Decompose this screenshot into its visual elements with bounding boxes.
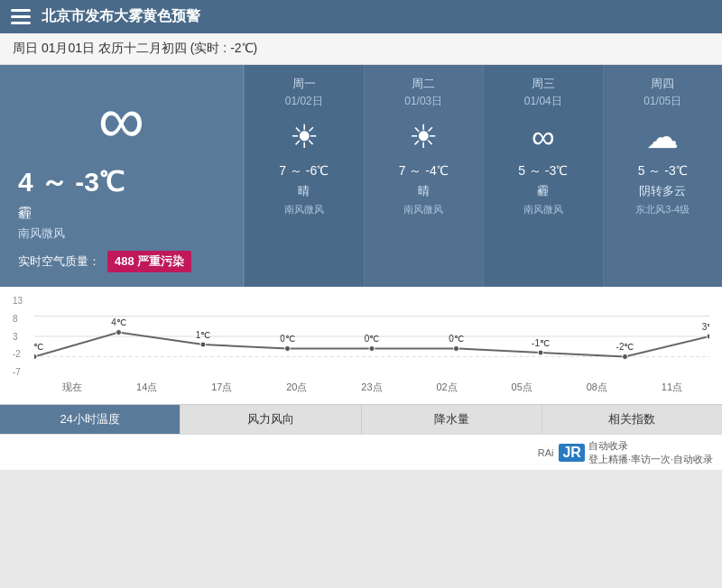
forecast-wind-2: 南风微风: [403, 203, 443, 216]
y-label-2: 3: [13, 332, 31, 342]
svg-text:0℃: 0℃: [365, 334, 380, 344]
forecast-weekday-2: 周二: [412, 76, 435, 92]
forecast-wind-1: 南风微风: [284, 203, 324, 216]
svg-point-11: [707, 334, 709, 339]
forecast-temp-3: 5 ～ -3℃: [518, 163, 568, 179]
tab-precipitation[interactable]: 降水量: [362, 405, 542, 434]
x-label-6: 05点: [485, 381, 560, 394]
date-bar: 周日 01月01日 农历十二月初四 (实时 : -2℃): [0, 33, 722, 65]
x-label-2: 17点: [184, 381, 259, 394]
forecast-date-2: 01/03日: [404, 94, 442, 109]
today-condition: 霾: [18, 205, 32, 222]
today-temp: 4 ～ -3℃: [18, 164, 125, 201]
auto-line1: 自动收录: [588, 439, 713, 452]
today-panel: ∞ 4 ～ -3℃ 霾 南风微风 实时空气质量： 488 严重污染: [0, 65, 244, 287]
x-label-4: 23点: [334, 381, 409, 394]
svg-point-3: [34, 354, 37, 360]
auto-line2: 登上精播·率访一次·自动收录: [588, 453, 713, 465]
svg-text:4℃: 4℃: [111, 317, 126, 327]
forecast-day-1: 周一 01/02日 ☀ 7 ～ -6℃ 晴 南风微风: [244, 65, 364, 287]
aqi-row: 实时空气质量： 488 严重污染: [18, 251, 191, 272]
forecast-condition-1: 晴: [298, 183, 310, 199]
forecast-date-3: 01/04日: [524, 94, 562, 109]
weather-main: ∞ 4 ～ -3℃ 霾 南风微风 实时空气质量： 488 严重污染 周一 01/…: [0, 65, 722, 287]
x-label-0: 现在: [34, 381, 109, 394]
hamburger-menu[interactable]: [11, 9, 31, 24]
chart-section: 13 8 3 -2 -7: [0, 287, 722, 404]
forecast-icon-1: ☀: [290, 118, 319, 156]
temperature-chart: -2℃ 4℃ 1℃ 0℃ 0℃ 0℃ -1℃ -2℃ 3℃: [34, 296, 709, 377]
x-label-7: 08点: [560, 381, 634, 394]
chart-y-labels: 13 8 3 -2 -7: [13, 296, 31, 377]
footer: RAi JR 自动收录 登上精播·率访一次·自动收录: [0, 434, 722, 470]
svg-text:-2℃: -2℃: [616, 342, 634, 352]
forecast-day-4: 周四 01/05日 ☁ 5 ～ -3℃ 阴转多云 东北风3-4级: [603, 65, 723, 287]
svg-text:0℃: 0℃: [449, 334, 464, 344]
svg-text:1℃: 1℃: [196, 330, 211, 340]
date-text: 周日 01月01日 农历十二月初四 (实时 : -2℃): [13, 41, 257, 55]
jr-logo: JR: [559, 444, 584, 462]
forecast-temp-2: 7 ～ -4℃: [399, 163, 449, 179]
aqi-label: 实时空气质量：: [18, 253, 100, 270]
forecast-icon-2: ☀: [409, 118, 438, 156]
forecast-day-3: 周三 01/04日 ∞ 5 ～ -3℃ 霾 南风微风: [483, 65, 603, 287]
tab-index[interactable]: 相关指数: [542, 405, 722, 434]
bottom-tabs: 24小时温度 风力风向 降水量 相关指数: [0, 404, 722, 434]
forecast-icon-4: ☁: [646, 118, 679, 156]
forecast-icon-3: ∞: [532, 118, 555, 156]
footer-logo: JR 自动收录 登上精播·率访一次·自动收录: [559, 439, 713, 465]
tab-24h-temp[interactable]: 24小时温度: [0, 405, 180, 434]
forecast-condition-2: 晴: [418, 183, 430, 199]
today-wind: 南风微风: [18, 225, 65, 242]
forecast-condition-4: 阴转多云: [639, 183, 686, 199]
forecast-day-2: 周二 01/03日 ☀ 7 ～ -4℃ 晴 南风微风: [364, 65, 484, 287]
svg-point-4: [116, 330, 122, 335]
x-label-1: 14点: [109, 381, 184, 394]
forecast-date-4: 01/05日: [643, 94, 681, 109]
x-label-8: 11点: [634, 381, 709, 394]
chart-x-labels: 现在 14点 17点 20点 23点 02点 05点 08点 11点: [34, 381, 709, 394]
svg-text:-1℃: -1℃: [532, 338, 550, 348]
forecast-wind-3: 南风微风: [523, 203, 563, 216]
svg-point-9: [538, 350, 543, 355]
forecast-wind-4: 东北风3-4级: [635, 203, 690, 216]
y-label-0: 13: [13, 296, 31, 306]
rai-text: RAi: [538, 447, 554, 458]
svg-point-8: [454, 346, 459, 352]
forecast-weekday-4: 周四: [651, 76, 674, 92]
today-weather-icon: ∞: [98, 83, 144, 157]
tab-wind[interactable]: 风力风向: [180, 405, 361, 434]
y-label-3: -2: [13, 349, 31, 359]
header: 北京市发布大雾黄色预警: [0, 0, 722, 33]
forecast-panels: 周一 01/02日 ☀ 7 ～ -6℃ 晴 南风微风 周二 01/03日 ☀ 7…: [244, 65, 722, 287]
svg-text:-2℃: -2℃: [34, 342, 43, 352]
svg-text:3℃: 3℃: [702, 322, 709, 332]
forecast-weekday-3: 周三: [532, 76, 555, 92]
svg-text:0℃: 0℃: [280, 334, 295, 344]
header-title: 北京市发布大雾黄色预警: [42, 7, 200, 26]
x-label-5: 02点: [410, 381, 485, 394]
svg-point-10: [623, 354, 628, 360]
y-label-4: -7: [13, 367, 31, 377]
chart-area: 13 8 3 -2 -7: [13, 296, 709, 377]
forecast-weekday-1: 周一: [292, 76, 316, 92]
svg-point-7: [369, 346, 375, 352]
forecast-temp-1: 7 ～ -6℃: [279, 163, 329, 179]
y-label-1: 8: [13, 314, 31, 324]
aqi-badge: 488 严重污染: [107, 251, 191, 272]
auto-text: 自动收录 登上精播·率访一次·自动收录: [588, 439, 713, 465]
forecast-temp-4: 5 ～ -3℃: [638, 163, 688, 179]
svg-point-6: [285, 346, 291, 352]
x-label-3: 20点: [259, 381, 334, 394]
forecast-date-1: 01/02日: [285, 94, 323, 109]
svg-point-5: [200, 342, 206, 347]
forecast-condition-3: 霾: [537, 183, 549, 199]
